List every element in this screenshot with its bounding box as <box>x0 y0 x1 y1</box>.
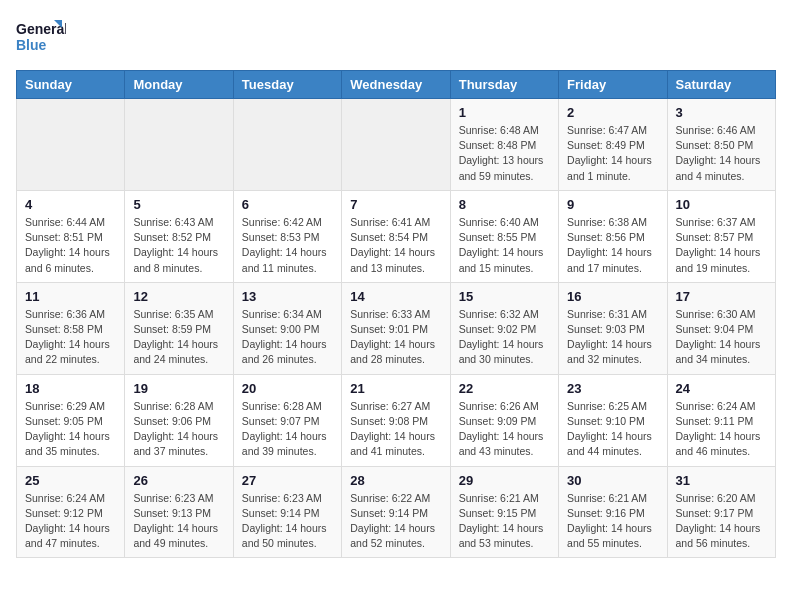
calendar-cell: 20Sunrise: 6:28 AM Sunset: 9:07 PM Dayli… <box>233 374 341 466</box>
calendar-cell: 16Sunrise: 6:31 AM Sunset: 9:03 PM Dayli… <box>559 282 667 374</box>
day-info: Sunrise: 6:29 AM Sunset: 9:05 PM Dayligh… <box>25 399 116 460</box>
svg-text:Blue: Blue <box>16 37 47 53</box>
calendar-cell: 6Sunrise: 6:42 AM Sunset: 8:53 PM Daylig… <box>233 190 341 282</box>
day-number: 5 <box>133 197 224 212</box>
day-number: 10 <box>676 197 767 212</box>
day-info: Sunrise: 6:37 AM Sunset: 8:57 PM Dayligh… <box>676 215 767 276</box>
day-number: 21 <box>350 381 441 396</box>
day-number: 11 <box>25 289 116 304</box>
weekday-header-friday: Friday <box>559 71 667 99</box>
calendar-cell: 29Sunrise: 6:21 AM Sunset: 9:15 PM Dayli… <box>450 466 558 558</box>
day-number: 23 <box>567 381 658 396</box>
calendar-cell: 19Sunrise: 6:28 AM Sunset: 9:06 PM Dayli… <box>125 374 233 466</box>
day-info: Sunrise: 6:41 AM Sunset: 8:54 PM Dayligh… <box>350 215 441 276</box>
day-info: Sunrise: 6:48 AM Sunset: 8:48 PM Dayligh… <box>459 123 550 184</box>
calendar-cell: 27Sunrise: 6:23 AM Sunset: 9:14 PM Dayli… <box>233 466 341 558</box>
calendar-cell: 18Sunrise: 6:29 AM Sunset: 9:05 PM Dayli… <box>17 374 125 466</box>
day-number: 14 <box>350 289 441 304</box>
calendar-cell: 24Sunrise: 6:24 AM Sunset: 9:11 PM Dayli… <box>667 374 775 466</box>
day-info: Sunrise: 6:27 AM Sunset: 9:08 PM Dayligh… <box>350 399 441 460</box>
day-info: Sunrise: 6:28 AM Sunset: 9:07 PM Dayligh… <box>242 399 333 460</box>
calendar-cell: 22Sunrise: 6:26 AM Sunset: 9:09 PM Dayli… <box>450 374 558 466</box>
day-number: 6 <box>242 197 333 212</box>
weekday-row: SundayMondayTuesdayWednesdayThursdayFrid… <box>17 71 776 99</box>
calendar-cell: 30Sunrise: 6:21 AM Sunset: 9:16 PM Dayli… <box>559 466 667 558</box>
calendar-cell: 3Sunrise: 6:46 AM Sunset: 8:50 PM Daylig… <box>667 99 775 191</box>
day-info: Sunrise: 6:24 AM Sunset: 9:12 PM Dayligh… <box>25 491 116 552</box>
day-number: 7 <box>350 197 441 212</box>
day-info: Sunrise: 6:24 AM Sunset: 9:11 PM Dayligh… <box>676 399 767 460</box>
weekday-header-tuesday: Tuesday <box>233 71 341 99</box>
calendar-cell: 26Sunrise: 6:23 AM Sunset: 9:13 PM Dayli… <box>125 466 233 558</box>
calendar-cell: 11Sunrise: 6:36 AM Sunset: 8:58 PM Dayli… <box>17 282 125 374</box>
calendar-cell: 10Sunrise: 6:37 AM Sunset: 8:57 PM Dayli… <box>667 190 775 282</box>
day-info: Sunrise: 6:38 AM Sunset: 8:56 PM Dayligh… <box>567 215 658 276</box>
day-number: 28 <box>350 473 441 488</box>
day-number: 20 <box>242 381 333 396</box>
calendar-header: SundayMondayTuesdayWednesdayThursdayFrid… <box>17 71 776 99</box>
calendar-cell <box>125 99 233 191</box>
calendar-week-2: 4Sunrise: 6:44 AM Sunset: 8:51 PM Daylig… <box>17 190 776 282</box>
day-number: 29 <box>459 473 550 488</box>
calendar-cell: 15Sunrise: 6:32 AM Sunset: 9:02 PM Dayli… <box>450 282 558 374</box>
day-info: Sunrise: 6:26 AM Sunset: 9:09 PM Dayligh… <box>459 399 550 460</box>
day-number: 30 <box>567 473 658 488</box>
day-number: 13 <box>242 289 333 304</box>
calendar-cell: 4Sunrise: 6:44 AM Sunset: 8:51 PM Daylig… <box>17 190 125 282</box>
day-number: 26 <box>133 473 224 488</box>
logo: General Blue <box>16 16 66 58</box>
day-info: Sunrise: 6:44 AM Sunset: 8:51 PM Dayligh… <box>25 215 116 276</box>
calendar-cell <box>233 99 341 191</box>
day-info: Sunrise: 6:20 AM Sunset: 9:17 PM Dayligh… <box>676 491 767 552</box>
calendar-cell: 5Sunrise: 6:43 AM Sunset: 8:52 PM Daylig… <box>125 190 233 282</box>
calendar-cell: 13Sunrise: 6:34 AM Sunset: 9:00 PM Dayli… <box>233 282 341 374</box>
calendar-cell: 14Sunrise: 6:33 AM Sunset: 9:01 PM Dayli… <box>342 282 450 374</box>
calendar-cell: 7Sunrise: 6:41 AM Sunset: 8:54 PM Daylig… <box>342 190 450 282</box>
calendar-cell: 31Sunrise: 6:20 AM Sunset: 9:17 PM Dayli… <box>667 466 775 558</box>
calendar-cell: 21Sunrise: 6:27 AM Sunset: 9:08 PM Dayli… <box>342 374 450 466</box>
day-number: 31 <box>676 473 767 488</box>
weekday-header-monday: Monday <box>125 71 233 99</box>
day-number: 19 <box>133 381 224 396</box>
weekday-header-thursday: Thursday <box>450 71 558 99</box>
day-number: 27 <box>242 473 333 488</box>
day-info: Sunrise: 6:30 AM Sunset: 9:04 PM Dayligh… <box>676 307 767 368</box>
day-info: Sunrise: 6:34 AM Sunset: 9:00 PM Dayligh… <box>242 307 333 368</box>
day-info: Sunrise: 6:22 AM Sunset: 9:14 PM Dayligh… <box>350 491 441 552</box>
calendar-cell: 28Sunrise: 6:22 AM Sunset: 9:14 PM Dayli… <box>342 466 450 558</box>
page-header: General Blue <box>16 16 776 58</box>
calendar-cell: 23Sunrise: 6:25 AM Sunset: 9:10 PM Dayli… <box>559 374 667 466</box>
day-info: Sunrise: 6:23 AM Sunset: 9:14 PM Dayligh… <box>242 491 333 552</box>
weekday-header-wednesday: Wednesday <box>342 71 450 99</box>
weekday-header-sunday: Sunday <box>17 71 125 99</box>
calendar-week-5: 25Sunrise: 6:24 AM Sunset: 9:12 PM Dayli… <box>17 466 776 558</box>
calendar-cell: 12Sunrise: 6:35 AM Sunset: 8:59 PM Dayli… <box>125 282 233 374</box>
calendar-table: SundayMondayTuesdayWednesdayThursdayFrid… <box>16 70 776 558</box>
calendar-week-1: 1Sunrise: 6:48 AM Sunset: 8:48 PM Daylig… <box>17 99 776 191</box>
calendar-cell: 25Sunrise: 6:24 AM Sunset: 9:12 PM Dayli… <box>17 466 125 558</box>
calendar-cell: 1Sunrise: 6:48 AM Sunset: 8:48 PM Daylig… <box>450 99 558 191</box>
day-info: Sunrise: 6:28 AM Sunset: 9:06 PM Dayligh… <box>133 399 224 460</box>
calendar-cell: 17Sunrise: 6:30 AM Sunset: 9:04 PM Dayli… <box>667 282 775 374</box>
day-number: 15 <box>459 289 550 304</box>
calendar-cell: 9Sunrise: 6:38 AM Sunset: 8:56 PM Daylig… <box>559 190 667 282</box>
day-number: 1 <box>459 105 550 120</box>
day-info: Sunrise: 6:36 AM Sunset: 8:58 PM Dayligh… <box>25 307 116 368</box>
day-number: 16 <box>567 289 658 304</box>
calendar-cell <box>342 99 450 191</box>
day-info: Sunrise: 6:46 AM Sunset: 8:50 PM Dayligh… <box>676 123 767 184</box>
calendar-body: 1Sunrise: 6:48 AM Sunset: 8:48 PM Daylig… <box>17 99 776 558</box>
day-info: Sunrise: 6:31 AM Sunset: 9:03 PM Dayligh… <box>567 307 658 368</box>
day-info: Sunrise: 6:32 AM Sunset: 9:02 PM Dayligh… <box>459 307 550 368</box>
day-info: Sunrise: 6:42 AM Sunset: 8:53 PM Dayligh… <box>242 215 333 276</box>
day-number: 9 <box>567 197 658 212</box>
day-info: Sunrise: 6:25 AM Sunset: 9:10 PM Dayligh… <box>567 399 658 460</box>
day-info: Sunrise: 6:21 AM Sunset: 9:15 PM Dayligh… <box>459 491 550 552</box>
day-number: 3 <box>676 105 767 120</box>
day-info: Sunrise: 6:43 AM Sunset: 8:52 PM Dayligh… <box>133 215 224 276</box>
calendar-cell <box>17 99 125 191</box>
day-number: 24 <box>676 381 767 396</box>
day-number: 17 <box>676 289 767 304</box>
day-info: Sunrise: 6:47 AM Sunset: 8:49 PM Dayligh… <box>567 123 658 184</box>
calendar-cell: 8Sunrise: 6:40 AM Sunset: 8:55 PM Daylig… <box>450 190 558 282</box>
